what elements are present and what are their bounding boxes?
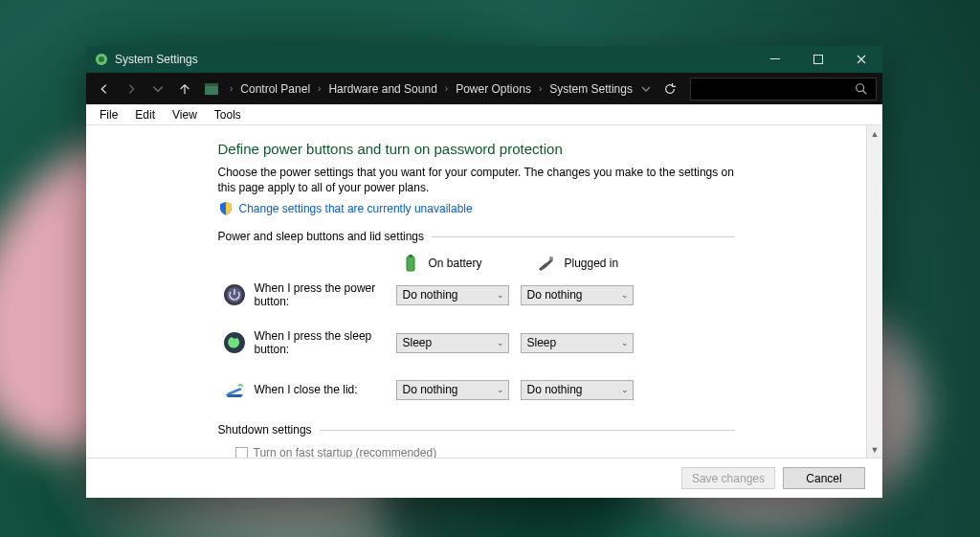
address-bar: › Control Panel › Hardware and Sound › P… <box>86 73 882 104</box>
up-button[interactable] <box>172 77 197 101</box>
menu-tools[interactable]: Tools <box>207 106 249 123</box>
change-unavailable-link[interactable]: Change settings that are currently unava… <box>239 202 473 215</box>
shield-icon <box>218 201 234 216</box>
lid-battery-dropdown[interactable]: Do nothing⌄ <box>396 380 509 400</box>
svg-point-1 <box>99 56 104 62</box>
menu-edit[interactable]: Edit <box>127 106 163 123</box>
breadcrumb-item[interactable]: Power Options <box>454 82 533 96</box>
refresh-button[interactable] <box>657 82 682 96</box>
address-dropdown[interactable] <box>636 84 656 94</box>
row-label: When I close the lid: <box>247 383 396 396</box>
breadcrumb-item[interactable]: Control Panel <box>238 82 312 96</box>
menu-view[interactable]: View <box>165 106 205 123</box>
power-battery-dropdown[interactable]: Do nothing⌄ <box>396 285 509 305</box>
forward-button[interactable] <box>119 77 144 101</box>
system-settings-window: System Settings › Control Panel › Hardwa… <box>86 46 882 498</box>
battery-icon <box>400 253 421 274</box>
save-changes-button[interactable]: Save changes <box>681 467 775 489</box>
content-area: Define power buttons and turn on passwor… <box>86 125 866 458</box>
svg-rect-2 <box>770 58 780 59</box>
chevron-down-icon: ⌄ <box>621 338 629 347</box>
app-icon <box>94 52 109 67</box>
svg-rect-8 <box>407 257 414 271</box>
chevron-right-icon: › <box>533 83 547 94</box>
sleep-battery-dropdown[interactable]: Sleep⌄ <box>396 333 509 353</box>
chevron-down-icon: ⌄ <box>621 290 629 300</box>
chevron-down-icon: ⌄ <box>497 338 504 347</box>
column-on-battery: On battery <box>400 253 515 274</box>
svg-rect-5 <box>205 83 218 86</box>
column-plugged-in: Plugged in <box>536 253 660 274</box>
window-title: System Settings <box>115 53 198 66</box>
scroll-up-icon[interactable]: ▲ <box>867 125 882 142</box>
plug-icon <box>536 253 557 274</box>
svg-rect-9 <box>409 255 412 257</box>
chevron-down-icon: ⌄ <box>497 385 504 394</box>
option-title: Turn on fast startup (recommended) <box>254 446 437 458</box>
chevron-right-icon: › <box>439 83 454 94</box>
chevron-right-icon: › <box>312 83 326 94</box>
recent-dropdown[interactable] <box>145 77 170 101</box>
option-fast-startup: Turn on fast startup (recommended) This … <box>235 446 735 458</box>
group-power-sleep-label: Power and sleep buttons and lid settings <box>218 230 735 243</box>
breadcrumb[interactable]: › Control Panel › Hardware and Sound › P… <box>199 80 635 98</box>
minimize-button[interactable] <box>753 46 796 73</box>
location-icon <box>203 80 220 98</box>
svg-rect-3 <box>813 56 822 64</box>
footer: Save changes Cancel <box>86 458 882 498</box>
search-input[interactable] <box>690 78 877 101</box>
scroll-down-icon[interactable]: ▼ <box>867 441 882 458</box>
titlebar[interactable]: System Settings <box>86 46 882 73</box>
chevron-down-icon: ⌄ <box>497 290 504 300</box>
power-icon <box>222 282 247 307</box>
svg-point-10 <box>549 257 553 260</box>
maximize-button[interactable] <box>796 46 839 73</box>
lid-plugged-dropdown[interactable]: Do nothing⌄ <box>521 380 634 400</box>
breadcrumb-item[interactable]: Hardware and Sound <box>326 82 438 96</box>
cancel-button[interactable]: Cancel <box>783 467 865 489</box>
close-button[interactable] <box>839 46 882 73</box>
svg-line-7 <box>863 90 867 94</box>
vertical-scrollbar[interactable]: ▲ ▼ <box>866 125 882 458</box>
chevron-right-icon: › <box>224 83 238 94</box>
search-icon <box>855 82 868 96</box>
menu-file[interactable]: File <box>92 106 125 123</box>
page-title: Define power buttons and turn on passwor… <box>218 141 735 157</box>
row-label: When I press the power button: <box>247 281 396 308</box>
page-description: Choose the power settings that you want … <box>218 165 735 195</box>
back-button[interactable] <box>92 77 117 101</box>
row-power-button: When I press the power button: Do nothin… <box>218 281 735 308</box>
chevron-down-icon: ⌄ <box>621 385 629 394</box>
laptop-lid-icon <box>222 377 247 402</box>
sleep-plugged-dropdown[interactable]: Sleep⌄ <box>521 333 634 353</box>
group-shutdown-label: Shutdown settings <box>218 423 735 436</box>
sleep-icon <box>222 330 247 355</box>
breadcrumb-item[interactable]: System Settings <box>547 82 635 96</box>
menubar: File Edit View Tools <box>86 104 882 125</box>
row-close-lid: When I close the lid: Do nothing⌄ Do not… <box>218 377 735 402</box>
svg-point-6 <box>857 83 864 91</box>
power-plugged-dropdown[interactable]: Do nothing⌄ <box>521 285 634 305</box>
fast-startup-checkbox[interactable] <box>235 447 248 458</box>
row-sleep-button: When I press the sleep button: Sleep⌄ Sl… <box>218 329 735 356</box>
row-label: When I press the sleep button: <box>247 329 396 356</box>
